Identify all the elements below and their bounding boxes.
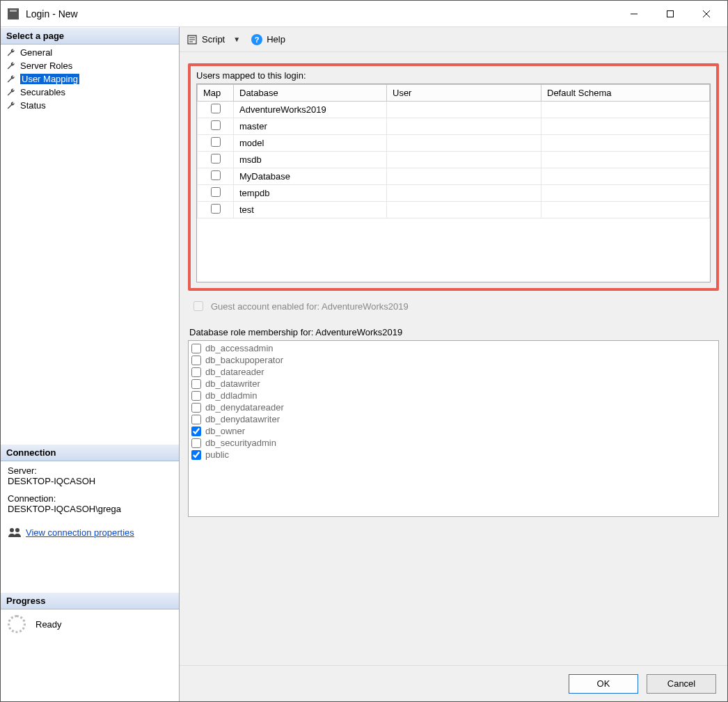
script-icon [187, 34, 198, 45]
cell-user[interactable] [387, 118, 541, 135]
map-checkbox[interactable] [211, 104, 221, 113]
connection-value: DESKTOP-IQCASOH\grega [8, 504, 172, 514]
cell-database[interactable]: test [234, 202, 387, 218]
sidebar-page-server-roles[interactable]: Server Roles [1, 59, 179, 72]
role-name: db_denydatareader [205, 402, 284, 413]
close-button[interactable] [688, 1, 725, 26]
role-name: db_datareader [205, 367, 264, 377]
sidebar-page-user-mapping[interactable]: User Mapping [1, 72, 179, 86]
role-checkbox[interactable] [191, 379, 201, 389]
role-membership-list[interactable]: db_accessadmindb_backupoperatordb_datare… [188, 340, 719, 517]
connection-header: Connection [1, 444, 179, 461]
table-row[interactable]: master [198, 118, 710, 135]
server-value: DESKTOP-IQCASOH [8, 476, 172, 486]
map-checkbox[interactable] [211, 170, 221, 180]
guest-account-row: Guest account enabled for: AdventureWork… [188, 299, 719, 313]
role-item[interactable]: public [191, 449, 715, 461]
window-buttons [616, 1, 725, 26]
role-item[interactable]: db_denydatawriter [191, 413, 715, 425]
role-item[interactable]: db_ddladmin [191, 390, 715, 401]
help-button[interactable]: Help [267, 34, 285, 45]
app-icon [8, 8, 19, 19]
col-map[interactable]: Map [198, 85, 234, 102]
role-checkbox[interactable] [191, 356, 201, 365]
sidebar-page-general[interactable]: General [1, 46, 179, 59]
role-checkbox[interactable] [191, 391, 201, 401]
progress-block: Ready [1, 609, 179, 639]
cell-user[interactable] [387, 202, 541, 218]
role-name: db_datawriter [205, 378, 260, 389]
cell-user[interactable] [387, 185, 541, 202]
role-item[interactable]: db_denydatareader [191, 401, 715, 413]
map-checkbox[interactable] [211, 187, 221, 197]
role-checkbox[interactable] [191, 426, 201, 436]
minimize-button[interactable] [616, 1, 652, 26]
progress-status: Ready [35, 619, 62, 630]
table-row[interactable]: test [198, 202, 710, 218]
role-checkbox[interactable] [191, 367, 201, 377]
maximize-button[interactable] [652, 1, 688, 26]
user-mapping-grid[interactable]: Map Database User Default Schema Adventu… [196, 83, 711, 282]
cell-user[interactable] [387, 135, 541, 152]
role-name: db_backupoperator [205, 355, 283, 365]
role-item[interactable]: db_datawriter [191, 378, 715, 390]
cell-user[interactable] [387, 102, 541, 118]
role-item[interactable]: db_datareader [191, 366, 715, 378]
cell-database[interactable]: AdventureWorks2019 [234, 102, 387, 118]
cell-schema[interactable] [541, 202, 710, 218]
cell-schema[interactable] [541, 118, 710, 135]
cell-database[interactable]: model [234, 135, 387, 152]
cell-schema[interactable] [541, 152, 710, 168]
role-name: db_denydatawriter [205, 414, 280, 424]
cell-user[interactable] [387, 152, 541, 168]
cancel-button[interactable]: Cancel [647, 674, 716, 694]
role-checkbox[interactable] [191, 438, 201, 448]
role-checkbox[interactable] [191, 344, 201, 353]
map-checkbox[interactable] [211, 120, 221, 130]
role-checkbox[interactable] [191, 450, 201, 460]
table-row[interactable]: MyDatabase [198, 168, 710, 185]
cell-database[interactable]: MyDatabase [234, 168, 387, 185]
sidebar-page-securables[interactable]: Securables [1, 86, 179, 99]
col-schema[interactable]: Default Schema [541, 85, 710, 102]
map-checkbox[interactable] [211, 154, 221, 163]
users-mapped-highlight: Users mapped to this login: Map Database… [188, 63, 719, 291]
col-user[interactable]: User [387, 85, 541, 102]
cell-schema[interactable] [541, 102, 710, 118]
cell-database[interactable]: msdb [234, 152, 387, 168]
view-connection-properties-link[interactable]: View connection properties [26, 527, 134, 538]
role-checkbox[interactable] [191, 415, 201, 424]
table-row[interactable]: msdb [198, 152, 710, 168]
guest-checkbox [193, 301, 203, 311]
dialog-footer: OK Cancel [180, 665, 727, 701]
script-button[interactable]: Script [202, 34, 225, 45]
select-page-header: Select a page [1, 27, 179, 45]
role-checkbox[interactable] [191, 403, 201, 413]
svg-rect-1 [667, 10, 674, 17]
cell-schema[interactable] [541, 135, 710, 152]
role-item[interactable]: db_securityadmin [191, 437, 715, 449]
cell-database[interactable]: tempdb [234, 185, 387, 202]
table-row[interactable]: model [198, 135, 710, 152]
col-database[interactable]: Database [234, 85, 387, 102]
ok-button[interactable]: OK [569, 674, 638, 694]
role-item[interactable]: db_accessadmin [191, 342, 715, 354]
sidebar-page-status[interactable]: Status [1, 99, 179, 112]
progress-spinner-icon [8, 615, 26, 633]
users-mapped-label: Users mapped to this login: [196, 70, 711, 81]
map-checkbox[interactable] [211, 204, 221, 214]
cell-schema[interactable] [541, 185, 710, 202]
toolbar: Script ▼ ? Help [180, 27, 727, 52]
role-name: db_accessadmin [205, 343, 274, 353]
map-checkbox[interactable] [211, 137, 221, 147]
sidebar-page-label: Status [20, 100, 46, 111]
cell-schema[interactable] [541, 168, 710, 185]
table-row[interactable]: tempdb [198, 185, 710, 202]
sidebar: Select a page GeneralServer RolesUser Ma… [1, 27, 180, 701]
script-dropdown-icon[interactable]: ▼ [229, 35, 244, 43]
role-item[interactable]: db_backupoperator [191, 354, 715, 366]
cell-user[interactable] [387, 168, 541, 185]
cell-database[interactable]: master [234, 118, 387, 135]
role-item[interactable]: db_owner [191, 425, 715, 437]
table-row[interactable]: AdventureWorks2019 [198, 102, 710, 118]
